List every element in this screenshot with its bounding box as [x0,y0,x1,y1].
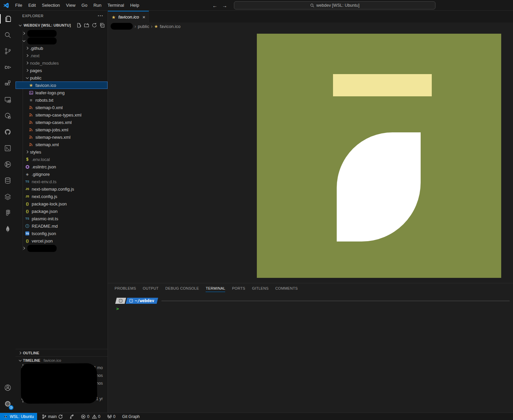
outline-section-header[interactable]: OUTLINE [16,349,108,356]
ports-count: 0 [113,414,116,419]
remote-explorer-icon[interactable] [0,92,16,108]
command-center-search[interactable]: webdev [WSL: Ubuntu] [234,1,435,9]
settings-gear-icon[interactable] [0,396,16,412]
tree-item-next-config[interactable]: JSnext.config.js [16,193,108,200]
star-icon: ★ [111,14,116,20]
breadcrumb-favicon[interactable]: favicon.ico [160,24,180,29]
panel-tab-bar: PROBLEMS OUTPUT DEBUG CONSOLE TERMINAL P… [108,283,513,293]
tree-item-sitemap-news[interactable]: sitemap-news.xml [16,133,108,141]
tree-item-sitemap-case-types[interactable]: sitemap-case-types.xml [16,111,108,119]
tree-item-github[interactable]: .github [16,44,108,52]
workspace-section-header[interactable]: WEBDEV [WSL: UBUNTU] [16,21,108,30]
menu-help[interactable]: Help [127,1,142,9]
tree-item-node-modules[interactable]: node_modules [16,59,108,67]
tree-item-pages[interactable]: pages [16,67,108,74]
database-icon[interactable] [0,172,16,189]
tree-item-favicon[interactable]: ★favicon.ico [16,82,108,89]
panel-tab-output[interactable]: OUTPUT [140,283,161,293]
ports-indicator[interactable]: 0 [105,413,118,420]
git-graph-status-item[interactable]: Git Graph [120,413,142,420]
more-actions-icon[interactable]: ··· [98,13,103,19]
panel-tab-gitlens[interactable]: GITLENS [249,283,271,293]
breadcrumb-public[interactable]: public [138,24,149,29]
tree-item-plasmic-init[interactable]: TSplasmic-init.ts [16,215,108,222]
source-control-icon[interactable] [0,43,16,59]
tree-item-eslintrc[interactable]: .eslintrc.json [16,163,108,170]
panel-tab-terminal[interactable]: TERMINAL [203,283,228,293]
github-icon[interactable] [0,124,16,140]
git-graph-sidebar-icon[interactable] [0,156,16,172]
tree-item-redacted-1[interactable] [16,30,108,37]
list-icon: ≡ [28,97,34,103]
powerline-os-segment: › [115,298,126,304]
chevron-right-icon: › [151,24,153,29]
menu-run[interactable]: Run [91,1,104,9]
git-graph-status-icon[interactable] [67,413,76,420]
layers-icon[interactable] [0,189,16,205]
figma-icon[interactable] [0,205,16,221]
redaction-blob [27,37,57,44]
live-share-icon[interactable] [0,108,16,124]
menu-terminal[interactable]: Terminal [105,1,127,9]
tree-item-package-lock[interactable]: {}package-lock.json [16,200,108,207]
search-sidebar-icon[interactable] [0,27,16,43]
problems-indicator[interactable]: 0 0 [79,413,102,420]
tree-item-public[interactable]: public [16,74,108,82]
tree-item-next-sitemap-config[interactable]: JSnext-sitemap.config.js [16,185,108,193]
tree-item-env-local[interactable]: $.env.local [16,156,108,163]
tree-item-gitignore[interactable]: ◈.gitignore [16,170,108,178]
tree-item-tsconfig[interactable]: TStsconfig.json [16,230,108,237]
menu-file[interactable]: File [12,1,25,9]
tree-item-vercel[interactable]: {}vercel.json [16,237,108,245]
tree-item-redacted-3[interactable] [16,245,108,252]
forward-arrow-icon[interactable]: → [222,3,227,8]
tree-item-redacted-2[interactable] [16,37,108,44]
bottom-panel: PROBLEMS OUTPUT DEBUG CONSOLE TERMINAL P… [108,283,513,413]
tab-favicon[interactable]: ★ favicon.ico × [108,11,149,23]
explorer-icon[interactable] [0,11,16,27]
run-and-debug-icon[interactable] [0,59,16,75]
tree-item-sitemap-cases[interactable]: sitemap-cases.xml [16,119,108,126]
file-tree: .github .next node_modules pages public … [16,30,108,252]
tree-item-package[interactable]: {}package.json [16,207,108,215]
tree-item-label: robots.txt [35,98,53,103]
timeline-title: TIMELINE [23,358,40,362]
accounts-icon[interactable] [0,380,16,396]
chevron-down-icon [25,75,30,80]
terminal-panel-icon[interactable] [0,140,16,156]
menu-selection[interactable]: Selection [39,1,62,9]
menu-go[interactable]: Go [79,1,90,9]
refresh-icon[interactable] [92,23,97,28]
menu-view[interactable]: View [63,1,78,9]
search-value: webdev [WSL: Ubuntu] [316,3,360,8]
panel-tab-debug-console[interactable]: DEBUG CONSOLE [163,283,202,293]
chevron-right-icon [25,149,30,155]
tree-item-sitemap-0[interactable]: sitemap-0.xml [16,104,108,111]
tree-item-sitemap[interactable]: sitemap.xml [16,141,108,148]
tree-item-sitemap-jobs[interactable]: sitemap-jobs.xml [16,126,108,133]
tree-item-robots[interactable]: ≡robots.txt [16,96,108,104]
remote-indicator[interactable]: WSL: Ubuntu [0,413,37,420]
new-folder-icon[interactable] [84,23,89,28]
mongodb-icon[interactable] [0,221,16,237]
collapse-all-icon[interactable] [99,23,105,28]
terminal-view[interactable]: › › ~/webdev > [108,293,513,413]
new-file-icon[interactable] [76,23,82,28]
vscode-logo-icon [3,2,9,8]
panel-tab-ports[interactable]: PORTS [229,283,248,293]
tree-item-readme[interactable]: README.md [16,222,108,230]
extensions-icon[interactable] [0,75,16,92]
panel-tab-problems[interactable]: PROBLEMS [112,283,139,293]
tree-item-leafer-logo[interactable]: leafer-logo.png [16,89,108,96]
close-icon[interactable]: × [142,14,145,20]
panel-tab-comments[interactable]: COMMENTS [273,283,301,293]
timeline-section-header[interactable]: TIMELINE favicon.ico [16,356,108,364]
menu-edit[interactable]: Edit [26,1,38,9]
branch-indicator[interactable]: main [40,413,65,420]
tree-item-label: vercel.json [32,238,53,244]
back-arrow-icon[interactable]: ← [212,3,217,8]
tree-item-next-env[interactable]: TSnext-env.d.ts [16,178,108,185]
tree-item-next[interactable]: .next [16,52,108,59]
tree-item-styles[interactable]: styles [16,148,108,156]
chevron-down-icon [18,23,23,28]
